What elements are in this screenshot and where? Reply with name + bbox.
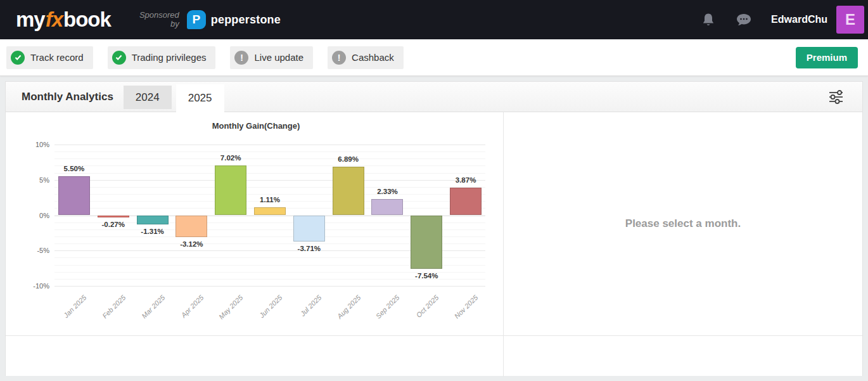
top-navbar: myfxbook Sponsored by P pepperstone Edwa… [0,0,868,39]
monthly-analytics-card: Monthly Analytics 2024 2025 Monthly Gain… [5,81,863,376]
gridline [54,158,485,159]
chart-title: Monthly Gain(Change) [25,121,487,131]
bar-value-label: -1.31% [132,228,173,235]
x-axis-label: Jun 2025 [242,294,283,335]
badge-label: Live update [254,52,303,63]
x-axis-label: Apr 2025 [164,294,205,335]
x-axis-label: Mar 2025 [125,294,166,335]
check-icon [112,51,126,65]
bar-apr-2025[interactable] [176,216,207,238]
bar-value-label: 3.87% [445,176,486,184]
bar-nov-2025[interactable] [450,188,482,215]
gridline [54,145,485,145]
bar-jul-2025[interactable] [293,216,325,242]
check-icon [11,51,25,65]
badge-live-update[interactable]: !Live update [230,46,313,69]
sponsored-line1: Sponsored [139,11,179,20]
gridline [54,180,485,181]
bar-chart-plot-area: 10%5%0%-5%-10%5.50%Jan 2025-0.27%Feb 202… [54,145,485,286]
pepperstone-initial: P [192,13,200,27]
monthly-gain-chart-panel: Monthly Gain(Change) 10%5%0%-5%-10%5.50%… [6,112,504,335]
y-axis-tick: -10% [18,282,49,290]
x-axis-label: Sep 2025 [360,294,401,335]
gridline [54,187,485,188]
x-axis-label: Jul 2025 [281,294,322,335]
bottom-right-panel [504,335,862,377]
badge-label: Track record [30,52,84,63]
month-detail-panel: Please select a month. [504,112,862,335]
bar-aug-2025[interactable] [333,167,364,216]
select-month-placeholder: Please select a month. [625,217,741,230]
badge-trading-privileges[interactable]: Trading privileges [108,46,216,69]
x-axis-label: Jan 2025 [46,294,87,335]
navbar-right: EdwardChu E [700,6,864,34]
bar-mar-2025[interactable] [137,216,169,225]
badge-cashback[interactable]: !Cashback [328,46,404,69]
sliders-icon[interactable] [827,89,845,105]
x-axis-label: May 2025 [203,294,245,335]
bar-may-2025[interactable] [215,165,246,215]
bar-oct-2025[interactable] [411,216,442,269]
logo-text-book: book [63,8,111,31]
y-axis-tick: 5% [18,176,49,184]
bar-jun-2025[interactable] [254,207,286,215]
exclamation-icon: ! [234,51,248,65]
bar-value-label: -0.27% [93,221,134,228]
bottom-left-panel [6,335,504,377]
gridline [54,286,485,287]
logo-text-my: my [16,8,45,31]
avatar[interactable]: E [836,6,864,34]
pepperstone-link[interactable]: P pepperstone [187,10,281,29]
y-axis-tick: 10% [18,141,49,148]
bar-value-label: 7.02% [210,154,251,162]
sponsored-line2: by [139,20,179,29]
x-axis-label: Aug 2025 [321,294,362,335]
analytics-tab-strip: Monthly Analytics 2024 2025 [6,82,862,112]
logo-text-fx: fx [45,8,63,31]
strip-divider [6,112,862,112]
badge-label: Cashback [352,52,394,63]
section-title: Monthly Analytics [22,91,113,103]
bar-feb-2025[interactable] [98,216,129,217]
x-axis-label: Oct 2025 [399,294,440,335]
status-badges: Track recordTrading privileges!Live upda… [6,46,418,69]
x-axis-label: Nov 2025 [438,294,480,335]
badge-label: Trading privileges [132,52,207,63]
premium-button[interactable]: Premium [796,47,858,68]
bar-value-label: -3.12% [171,240,212,248]
myfxbook-logo[interactable]: myfxbook [16,8,111,32]
username[interactable]: EdwardChu [771,14,827,25]
exclamation-icon: ! [332,51,346,65]
bar-value-label: 6.89% [328,155,369,163]
bar-sep-2025[interactable] [371,199,403,216]
bar-value-label: -7.54% [406,272,447,280]
bar-value-label: 1.11% [250,196,290,203]
badge-track-record[interactable]: Track record [6,46,93,69]
bell-icon[interactable] [700,11,717,28]
gridline [54,152,485,152]
analytics-content: Monthly Gain(Change) 10%5%0%-5%-10%5.50%… [6,112,862,377]
bar-value-label: -3.71% [289,245,329,252]
chat-icon[interactable] [736,11,752,28]
tab-2025[interactable]: 2025 [176,84,224,112]
pepperstone-name: pepperstone [211,13,281,27]
bar-jan-2025[interactable] [58,176,90,215]
tab-2024[interactable]: 2024 [124,86,172,109]
y-axis-tick: -5% [18,247,49,254]
account-status-bar: Track recordTrading privileges!Live upda… [0,39,868,76]
x-axis-label: Feb 2025 [86,294,127,335]
sponsored-by-label: Sponsored by [139,11,179,29]
y-axis-tick: 0% [18,212,49,219]
bar-value-label: 5.50% [54,165,94,172]
pepperstone-logo-icon: P [187,10,206,29]
gridline [54,194,485,195]
gridline [54,165,485,166]
gridline [54,173,485,174]
bar-value-label: 2.33% [367,188,407,195]
